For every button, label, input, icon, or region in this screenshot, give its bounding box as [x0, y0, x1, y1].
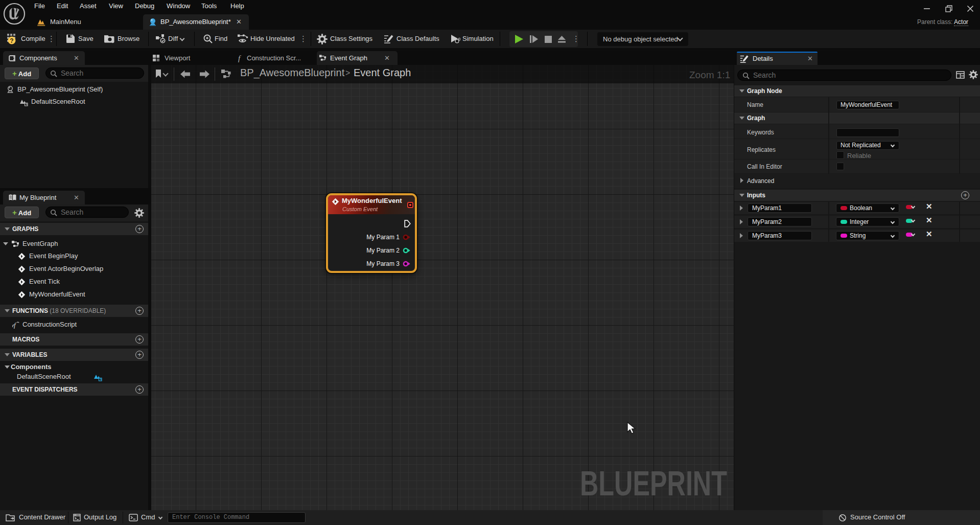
svg-text:?: ? [10, 37, 13, 44]
svg-text:f: f [14, 321, 17, 329]
svg-text:f: f [238, 54, 241, 62]
